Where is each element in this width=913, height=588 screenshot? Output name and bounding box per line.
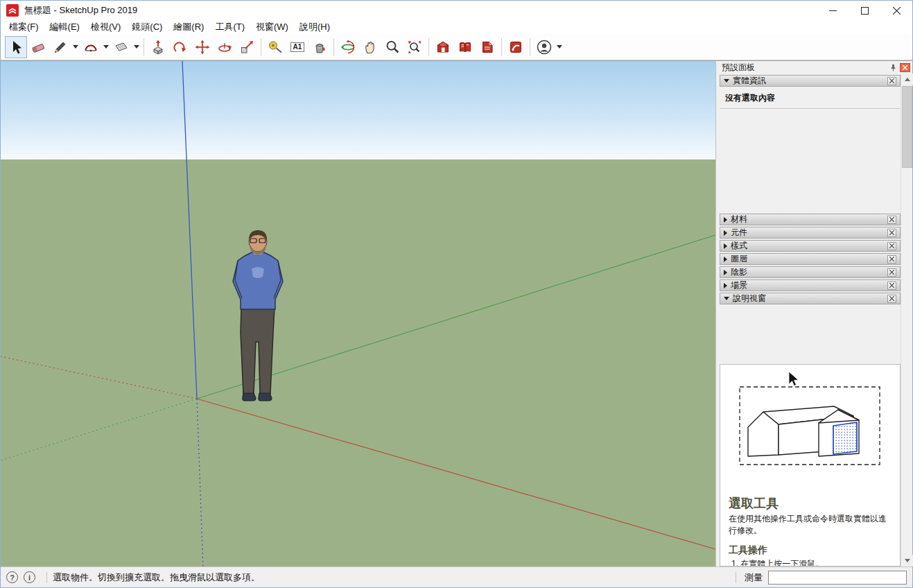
section-close-button[interactable] — [887, 255, 896, 263]
arrow-up-icon — [905, 78, 910, 81]
rotate-tool-button[interactable] — [214, 36, 236, 58]
rectangle-tool-dropdown[interactable] — [132, 36, 141, 58]
pan-tool-button[interactable] — [359, 36, 381, 58]
menu-window[interactable]: 視窗(W) — [250, 20, 294, 34]
toolbar-separator — [530, 38, 530, 56]
close-icon — [889, 270, 894, 275]
section-entity-info[interactable]: 實體資訊 — [720, 75, 901, 87]
section-shadows[interactable]: 陰影 — [720, 266, 901, 278]
maximize-button[interactable] — [849, 1, 880, 20]
eraser-tool-button[interactable] — [27, 36, 49, 58]
close-button[interactable] — [880, 1, 912, 20]
section-layers[interactable]: 圖層 — [720, 253, 901, 265]
house-drawing — [748, 406, 859, 456]
default-tray-panel: 預設面板 實體資訊 沒有選取內容 — [715, 60, 912, 567]
styles-icon — [508, 40, 523, 55]
paint-bucket-tool-button[interactable] — [308, 36, 331, 58]
arrow-down-icon — [905, 559, 910, 562]
push-pull-tool-button[interactable] — [147, 36, 169, 58]
menu-edit[interactable]: 編輯(E) — [44, 20, 85, 34]
section-styles[interactable]: 樣式 — [720, 240, 901, 252]
scroll-down-button[interactable] — [901, 555, 913, 567]
section-close-button[interactable] — [887, 216, 896, 224]
move-tool-button[interactable] — [191, 36, 214, 58]
rectangle-tool-button[interactable] — [110, 36, 132, 58]
model-viewport[interactable] — [1, 60, 715, 568]
section-scenes[interactable]: 場景 — [720, 279, 901, 291]
panel-scrollbar[interactable] — [901, 74, 912, 567]
extension-warehouse-icon — [458, 40, 473, 55]
account-button[interactable] — [533, 36, 555, 58]
minimize-button[interactable] — [817, 1, 849, 20]
scrollbar-thumb[interactable] — [902, 86, 912, 168]
tray-header: 預設面板 — [716, 61, 912, 74]
3d-warehouse-icon — [435, 40, 451, 55]
menu-help[interactable]: 說明(H) — [294, 20, 336, 34]
sky — [1, 61, 715, 159]
section-close-button[interactable] — [887, 282, 896, 290]
close-icon — [889, 217, 894, 222]
toolbar-separator — [261, 38, 261, 56]
scale-tool-button[interactable] — [236, 36, 258, 58]
measurements-input[interactable] — [768, 571, 907, 585]
window-title: 無標題 - SketchUp Pro 2019 — [24, 4, 137, 17]
expanded-arrow-icon — [724, 79, 729, 83]
menu-file[interactable]: 檔案(F) — [3, 20, 44, 34]
text-icon: A1 — [290, 42, 305, 52]
orbit-tool-button[interactable] — [337, 36, 359, 58]
divider — [46, 572, 47, 583]
send-to-layout-button[interactable] — [476, 36, 498, 58]
tray-close-button[interactable] — [900, 63, 910, 72]
account-dropdown[interactable] — [555, 36, 564, 58]
entity-empty-text: 沒有選取內容 — [720, 87, 901, 108]
menu-view[interactable]: 檢視(V) — [85, 20, 126, 34]
menu-draw[interactable]: 繪圖(R) — [168, 20, 209, 34]
section-label: 陰影 — [731, 266, 747, 278]
3d-warehouse-button[interactable] — [432, 36, 454, 58]
instructor-intro: 在使用其他操作工具或命令時選取實體以進行修改。 — [729, 513, 892, 537]
info-icon[interactable]: i — [24, 571, 35, 583]
zoom-icon — [385, 40, 400, 55]
zoom-extents-tool-button[interactable] — [403, 36, 426, 58]
text-tool-button[interactable]: A1 — [286, 36, 308, 58]
section-close-button[interactable] — [887, 268, 896, 277]
chevron-down-icon — [73, 45, 78, 49]
divider — [720, 108, 900, 109]
line-tool-button[interactable] — [49, 36, 71, 58]
toolbar-separator — [501, 38, 502, 56]
pin-icon[interactable] — [889, 63, 897, 71]
toolbar: A1 — [1, 34, 912, 60]
arc-tool-dropdown[interactable] — [102, 36, 110, 58]
toolbar-separator — [333, 38, 334, 56]
section-materials[interactable]: 材料 — [720, 214, 901, 225]
push-pull-icon — [150, 40, 166, 55]
section-components[interactable]: 元件 — [720, 227, 901, 239]
line-tool-dropdown[interactable] — [71, 36, 80, 58]
chevron-down-icon — [103, 45, 109, 49]
follow-me-tool-button[interactable] — [169, 36, 191, 58]
close-icon — [889, 243, 894, 248]
section-label: 實體資訊 — [733, 75, 766, 87]
statusbar: ? i 選取物件。切換到擴充選取。拖曳滑鼠以選取多項。 測量 — [1, 567, 912, 587]
extension-warehouse-button[interactable] — [454, 36, 476, 58]
menu-tools[interactable]: 工具(T) — [209, 20, 250, 34]
move-icon — [195, 40, 210, 55]
status-hint: 選取物件。切換到擴充選取。拖曳滑鼠以選取多項。 — [53, 571, 260, 584]
tray-body: 實體資訊 沒有選取內容 材料 元件 — [720, 74, 901, 567]
tape-measure-tool-button[interactable] — [264, 36, 286, 58]
section-close-button[interactable] — [887, 295, 896, 303]
instructor-illustration — [720, 365, 900, 488]
help-icon[interactable]: ? — [6, 571, 18, 583]
section-close-button[interactable] — [887, 242, 896, 250]
entity-info-content: 沒有選取內容 — [720, 87, 901, 212]
section-close-button[interactable] — [887, 77, 896, 85]
menu-camera[interactable]: 鏡頭(C) — [126, 20, 168, 34]
styles-button[interactable] — [505, 36, 527, 58]
zoom-tool-button[interactable] — [381, 36, 403, 58]
arc-tool-button[interactable] — [80, 36, 102, 58]
section-close-button[interactable] — [887, 229, 896, 237]
scroll-up-button[interactable] — [901, 74, 913, 85]
section-instructor[interactable]: 說明視窗 — [720, 293, 901, 304]
select-tool-button[interactable] — [5, 36, 27, 58]
select-icon — [8, 40, 24, 55]
